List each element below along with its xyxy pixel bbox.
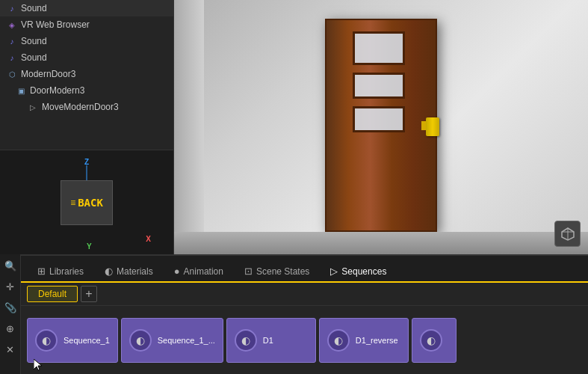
sound-icon: ♪ — [6, 2, 18, 14]
tree-item-label: Sound — [21, 36, 47, 46]
floor — [174, 232, 588, 254]
sequences-icon: ▷ — [330, 266, 338, 277]
tab-sequences[interactable]: ▷ Sequences — [320, 261, 397, 283]
sequences-cards-row: ◐ Sequence_1 ◐ Sequence_1_... ◐ D1 ◐ D1_… — [21, 306, 588, 374]
tab-libraries[interactable]: ⊞ Libraries — [27, 261, 94, 283]
door-window-1 — [353, 31, 405, 65]
tree-item-label: Sound — [21, 52, 47, 63]
tree-item-sound3[interactable]: ♪ Sound — [0, 49, 173, 66]
back-label: BACK — [78, 197, 103, 209]
transform-icon-btn[interactable]: ✛ — [2, 278, 19, 295]
3d-viewport[interactable] — [174, 0, 588, 254]
bottom-section: 🔍 ✛ 📎 ⊕ ✕ ⊞ Libraries ◐ Materials ● Anim… — [0, 254, 588, 374]
cube-icon — [560, 227, 575, 242]
vr-icon: ◈ — [6, 19, 18, 31]
libraries-icon: ⊞ — [37, 266, 46, 277]
door-wrapper — [310, 19, 452, 236]
link-icon-btn[interactable]: ⊕ — [2, 320, 19, 337]
tab-content-sequences: Default + ◐ Sequence_1 ◐ Sequence_1_... … — [21, 283, 588, 374]
axis-x-label: X — [146, 235, 151, 243]
close-icon-btn[interactable]: ✕ — [2, 341, 19, 358]
scene-states-icon: ⊡ — [244, 266, 253, 277]
sound-icon: ♪ — [6, 52, 18, 64]
tree-item-label: VR Web Browser — [21, 19, 90, 30]
mini-viewport-container: Z ≡ BACK X Y — [0, 150, 173, 254]
axis-y-label: Y — [87, 242, 92, 251]
seq-card-icon-1: ◐ — [35, 329, 58, 352]
door-icon: ▣ — [15, 85, 27, 96]
tab-label: Scene States — [256, 266, 309, 277]
door-window-3 — [353, 106, 405, 132]
tree-item-sound2[interactable]: ♪ Sound — [0, 33, 173, 49]
door-window-2 — [353, 73, 405, 99]
mesh-icon: ⬡ — [6, 68, 18, 80]
sound-icon: ♪ — [6, 35, 18, 47]
door-scene — [174, 0, 588, 254]
wall-left — [174, 0, 204, 254]
seq-card-2[interactable]: ◐ Sequence_1_... — [121, 318, 223, 363]
mini-viewport: Z ≡ BACK X Y — [0, 150, 173, 254]
back-box: ≡ BACK — [61, 180, 113, 225]
seq-card-icon-5: ◐ — [420, 329, 442, 352]
seq-card-4[interactable]: ◐ D1_reverse — [319, 318, 409, 363]
search-icon-btn[interactable]: 🔍 — [2, 257, 19, 274]
bottom-tabs-panel: ⊞ Libraries ◐ Materials ● Animation ⊡ Sc… — [21, 254, 588, 374]
seq-card-label-1: Sequence_1 — [64, 336, 110, 345]
tab-label: Sequences — [341, 266, 386, 277]
seq-card-1[interactable]: ◐ Sequence_1 — [27, 318, 118, 363]
seq-card-icon-3: ◐ — [235, 329, 257, 352]
tab-label: Libraries — [49, 266, 84, 277]
tree-item-label: DoorModern3 — [30, 85, 84, 96]
viewport-cube-button[interactable] — [554, 221, 581, 247]
materials-icon: ◐ — [105, 266, 113, 277]
seq-card-label-3: D1 — [263, 336, 273, 345]
seq-card-5[interactable]: ◐ — [412, 318, 457, 363]
door-handle-shaft — [421, 121, 426, 130]
tab-bar: ⊞ Libraries ◐ Materials ● Animation ⊡ Sc… — [21, 256, 588, 283]
subtab-default[interactable]: Default — [27, 286, 78, 302]
tree-item-door1[interactable]: ⬡ ModernDoor3 — [0, 66, 173, 82]
seq-card-label-4: D1_reverse — [356, 336, 398, 345]
tab-materials[interactable]: ◐ Materials — [94, 261, 164, 283]
tab-scene-states[interactable]: ⊡ Scene States — [234, 261, 320, 283]
seq-card-icon-4: ◐ — [327, 329, 350, 352]
animation-icon: ● — [174, 266, 180, 277]
seq-card-label-2: Sequence_1_... — [158, 336, 215, 345]
door-mesh — [325, 19, 437, 232]
tree-item-label: ModernDoor3 — [21, 69, 75, 79]
tab-label: Materials — [117, 266, 153, 277]
tab-label: Animation — [184, 266, 223, 277]
main-area: ♪ Sound ◈ VR Web Browser ♪ Sound ♪ Sound… — [0, 0, 588, 254]
bottom-sidebar-icons: 🔍 ✛ 📎 ⊕ ✕ — [0, 254, 21, 374]
tree-item-label: Sound — [21, 3, 47, 13]
left-panel: ♪ Sound ◈ VR Web Browser ♪ Sound ♪ Sound… — [0, 0, 174, 254]
tree-item-move1[interactable]: ▷ MoveModernDoor3 — [0, 99, 173, 115]
tree-item-door2[interactable]: ▣ DoorModern3 — [0, 82, 173, 99]
add-sequence-button[interactable]: + — [81, 286, 97, 302]
tree-item-vr[interactable]: ◈ VR Web Browser — [0, 16, 173, 33]
tree-item-sound1[interactable]: ♪ Sound — [0, 0, 173, 16]
sub-tab-row: Default + — [21, 283, 588, 306]
door-handle — [426, 117, 439, 136]
seq-card-3[interactable]: ◐ D1 — [226, 318, 316, 363]
move-icon: ▷ — [27, 101, 39, 113]
pin-icon-btn[interactable]: 📎 — [2, 299, 19, 316]
back-icon: ≡ — [70, 197, 75, 208]
subtab-label: Default — [38, 289, 66, 299]
scene-tree: ♪ Sound ◈ VR Web Browser ♪ Sound ♪ Sound… — [0, 0, 173, 150]
tree-item-label: MoveModernDoor3 — [42, 102, 119, 112]
seq-card-icon-2: ◐ — [129, 329, 152, 352]
tab-animation[interactable]: ● Animation — [164, 261, 234, 283]
